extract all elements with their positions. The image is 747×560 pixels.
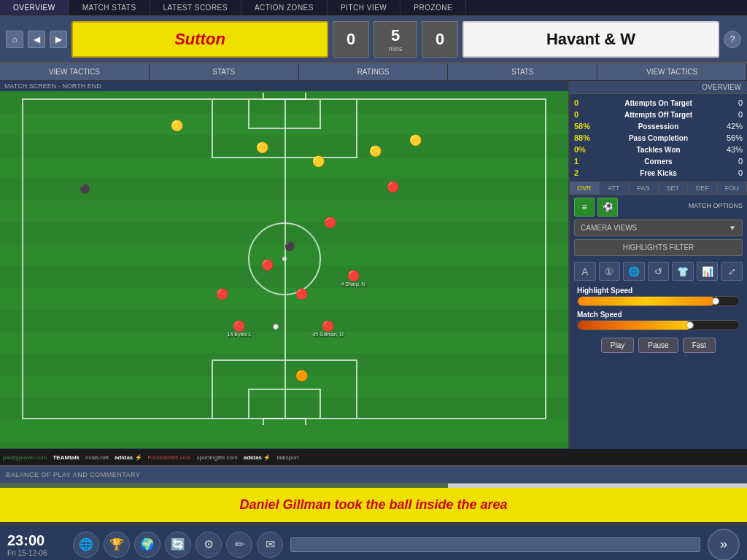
tactics-icon[interactable]: ⚽: [597, 198, 618, 217]
bottom-icon-world[interactable]: 🌍: [134, 532, 160, 558]
tab-bar: OVRATTPASSETDEFFOU: [570, 182, 747, 195]
tab-ovr[interactable]: OVR: [570, 182, 600, 194]
advert-rivals: rivals.net: [85, 454, 109, 461]
stat-left: 58%: [574, 122, 596, 131]
nav-pitch-view[interactable]: PITCH VIEW: [328, 0, 400, 15]
player[interactable]: 🟡: [409, 134, 422, 146]
play-button[interactable]: Play: [601, 338, 634, 353]
player[interactable]: 🟡: [256, 141, 268, 153]
stat-left: 0: [574, 98, 596, 107]
tab-fou[interactable]: FOU: [718, 182, 748, 194]
stats-away[interactable]: STATS: [448, 63, 597, 80]
penalty-box-bottom: [212, 359, 357, 418]
player[interactable]: 🔴 45 Gillman, D: [312, 320, 343, 337]
stat-label: Attempts On Target: [596, 99, 721, 107]
fast-button[interactable]: Fast: [683, 338, 716, 353]
tab-set[interactable]: SET: [659, 182, 689, 194]
nav-forward-button[interactable]: ▶: [50, 31, 67, 48]
commentary-area: Daniel Gillman took the ball inside the …: [0, 483, 747, 524]
player-black2[interactable]: ⚫: [285, 241, 295, 252]
tab-def[interactable]: DEF: [688, 182, 718, 194]
nav-action-zones[interactable]: ACTION ZONES: [241, 0, 328, 15]
bottom-icon-mail[interactable]: ✉: [257, 532, 283, 558]
player[interactable]: 🔴: [261, 259, 274, 271]
icon-expand[interactable]: ⤢: [721, 262, 743, 281]
home-team: Sutton: [71, 21, 328, 58]
nav-match-stats[interactable]: MATCH STATS: [69, 0, 150, 15]
view-tactics-away[interactable]: VIEW TACTICS: [597, 63, 747, 80]
match-speed-knob[interactable]: [686, 322, 694, 329]
match-speed-fill: [578, 321, 691, 330]
player[interactable]: 🔴 14 Byles L: [228, 320, 252, 337]
stat-left: 0%: [574, 145, 596, 154]
icon-refresh[interactable]: ↺: [648, 262, 670, 281]
bottom-icon-edit[interactable]: ✏: [226, 532, 252, 558]
icon-1[interactable]: ①: [599, 262, 621, 281]
top-navigation: OVERVIEW MATCH STATS LATEST SCORES ACTIO…: [0, 0, 747, 16]
highlight-speed-knob[interactable]: [712, 298, 719, 305]
player[interactable]: 🟡: [312, 155, 325, 167]
clock-time: 23:00: [7, 532, 66, 549]
bottom-bar: 23:00 Fri 15-12-06 🌐 🏆 🌍 🔄 ⚙ ✏ ✉ »: [0, 524, 747, 560]
home-button[interactable]: ⌂: [6, 31, 23, 48]
home-team-name: Sutton: [174, 30, 225, 49]
clock-date: Fri 15-12-06: [7, 549, 66, 557]
stat-row: 0 Attempts On Target 0: [574, 97, 743, 109]
bottom-icon-settings[interactable]: ⚙: [196, 532, 222, 558]
stat-right: 56%: [721, 133, 743, 142]
icon-globe[interactable]: 🌐: [623, 262, 645, 281]
stat-row: 58% Possession 42%: [574, 120, 743, 132]
clock-area: 23:00 Fri 15-12-06: [7, 532, 66, 557]
away-team-name: Havant & W: [546, 30, 635, 49]
player[interactable]: 🟡: [171, 120, 183, 131]
match-speed-bar[interactable]: [577, 320, 740, 330]
camera-views-button[interactable]: CAMERA VIEWS ▼: [574, 219, 743, 236]
icon-shirt[interactable]: 👕: [672, 262, 694, 281]
pitch[interactable]: 🟡 🟡 🟡 🟡 🟡 🔴 🔴 🔴 🔴 🔴: [0, 91, 568, 448]
advert-football365: Football365.com: [148, 454, 191, 461]
stat-row: 2 Free Kicks 0: [574, 167, 743, 179]
stat-label: Corners: [596, 158, 721, 166]
player[interactable]: 🔴: [324, 217, 336, 228]
advert-adidas2: adidas ⚡: [244, 454, 271, 461]
away-team: Havant & W: [462, 21, 719, 58]
player[interactable]: 🔴: [216, 288, 228, 300]
six-yard-box-top: [248, 100, 321, 129]
commentary-bar: BALANCE OF PLAY AND COMMENTARY: [0, 465, 747, 483]
player[interactable]: 🟡: [369, 145, 382, 157]
tab-pas[interactable]: PAS: [629, 182, 659, 194]
nav-back-button[interactable]: ◀: [28, 31, 45, 48]
formation-icon[interactable]: ≡: [574, 198, 595, 217]
home-score: 0: [333, 21, 369, 58]
tab-att[interactable]: ATT: [600, 182, 630, 194]
help-button[interactable]: ?: [724, 31, 741, 48]
icon-chart[interactable]: 📊: [697, 262, 719, 281]
player[interactable]: 🔴: [387, 181, 399, 192]
pause-button[interactable]: Pause: [638, 338, 678, 353]
player[interactable]: 🔴 4 Sharp, N: [341, 270, 365, 287]
stat-row: 1 Corners 0: [574, 155, 743, 167]
player-black[interactable]: ⚫: [80, 184, 90, 194]
bottom-icon-transfer[interactable]: 🔄: [165, 532, 191, 558]
stats-home[interactable]: STATS: [150, 63, 299, 80]
icon-a[interactable]: A: [574, 262, 596, 281]
highlight-speed-bar[interactable]: [577, 296, 740, 306]
bottom-icon-globe[interactable]: 🌐: [73, 532, 99, 558]
player[interactable]: 🔴: [295, 288, 308, 300]
nav-overview[interactable]: OVERVIEW: [0, 0, 69, 15]
highlights-filter-button[interactable]: HIGHLIGHTS FILTER: [574, 239, 743, 256]
stats-table: 0 Attempts On Target 0 0 Attempts Off Ta…: [570, 94, 747, 182]
control-icons-row: A ① 🌐 ↺ 👕 📊 ⤢: [574, 262, 743, 281]
view-tactics-home[interactable]: VIEW TACTICS: [0, 63, 150, 80]
match-options-header: MATCH OPTIONS: [689, 202, 743, 209]
nav-prozone[interactable]: PROZONE: [400, 0, 466, 15]
next-button[interactable]: »: [708, 529, 740, 561]
stat-right: 0: [721, 98, 743, 107]
speed-section: Highlight Speed Match Speed: [574, 287, 743, 330]
match-options-area: ≡ ⚽ MATCH OPTIONS CAMERA VIEWS ▼ HIGHLIG…: [570, 195, 747, 359]
stat-row: 88% Pass Completion 56%: [574, 132, 743, 144]
nav-latest-scores[interactable]: LATEST SCORES: [150, 0, 241, 15]
player[interactable]: 🟠: [295, 370, 308, 381]
bottom-icon-trophy[interactable]: 🏆: [104, 532, 130, 558]
ratings[interactable]: RATINGS: [299, 63, 449, 80]
